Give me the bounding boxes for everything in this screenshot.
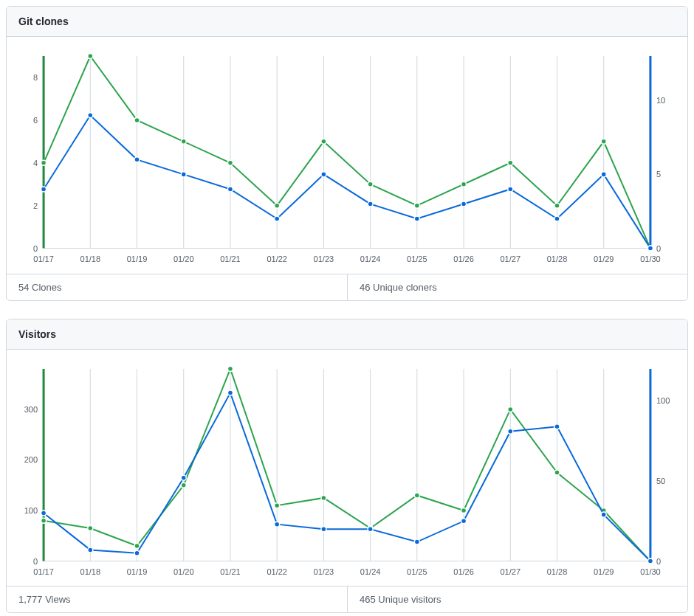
data-point[interactable] — [321, 526, 326, 531]
x-tick: 01/20 — [174, 567, 194, 575]
data-point[interactable] — [368, 181, 373, 187]
data-point[interactable] — [88, 113, 93, 118]
x-tick: 01/29 — [594, 567, 614, 575]
y-left-tick: 0 — [33, 556, 38, 565]
x-tick: 01/27 — [500, 255, 520, 263]
y-right-tick: 5 — [656, 170, 661, 179]
data-point[interactable] — [554, 470, 560, 475]
data-point[interactable] — [275, 502, 280, 508]
data-point[interactable] — [181, 475, 186, 480]
data-point[interactable] — [461, 181, 467, 187]
y-left-tick: 4 — [33, 159, 38, 167]
data-point[interactable] — [601, 512, 606, 517]
data-point[interactable] — [554, 423, 560, 429]
data-point[interactable] — [508, 406, 513, 412]
data-point[interactable] — [88, 54, 93, 59]
x-tick: 01/26 — [453, 567, 474, 575]
data-point[interactable] — [508, 187, 513, 192]
data-point[interactable] — [134, 550, 140, 556]
y-left-tick: 2 — [33, 201, 38, 210]
data-point[interactable] — [88, 547, 93, 553]
data-point[interactable] — [88, 525, 93, 530]
data-point[interactable] — [181, 172, 186, 177]
data-point[interactable] — [41, 511, 47, 516]
y-left-tick: 0 — [33, 244, 38, 253]
visitors-summary: 1,777 Views 465 Unique visitors — [7, 586, 687, 612]
data-point[interactable] — [227, 187, 233, 192]
data-point[interactable] — [554, 216, 560, 221]
data-point[interactable] — [508, 429, 513, 434]
data-point[interactable] — [41, 187, 47, 192]
data-point[interactable] — [414, 539, 419, 544]
x-tick: 01/23 — [314, 567, 334, 575]
data-point[interactable] — [508, 160, 513, 165]
x-tick: 01/25 — [407, 255, 427, 263]
data-point[interactable] — [647, 246, 653, 251]
y-right-tick: 0 — [656, 244, 661, 253]
y-right-tick: 10 — [656, 96, 665, 105]
data-point[interactable] — [134, 543, 140, 548]
y-left-tick: 6 — [33, 116, 38, 125]
visitors-summary-unique: 465 Unique visitors — [347, 586, 687, 612]
data-point[interactable] — [368, 526, 373, 531]
series-unique-visitors — [44, 392, 650, 561]
clones-card-title: Git clones — [7, 7, 687, 37]
data-point[interactable] — [414, 203, 419, 208]
y-left-tick: 200 — [24, 455, 38, 464]
data-point[interactable] — [461, 508, 467, 513]
data-point[interactable] — [601, 172, 606, 177]
clones-summary: 54 Clones 46 Unique cloners — [7, 274, 687, 300]
data-point[interactable] — [41, 518, 47, 523]
data-point[interactable] — [321, 495, 326, 500]
data-point[interactable] — [647, 558, 653, 564]
x-tick: 01/30 — [640, 255, 661, 263]
clones-card: Git clones 02468051001/1701/1801/1901/20… — [6, 6, 688, 301]
x-tick: 01/22 — [267, 567, 287, 575]
visitors-chart: 010020030005010001/1701/1801/1901/2001/2… — [17, 361, 677, 584]
data-point[interactable] — [227, 160, 233, 165]
data-point[interactable] — [414, 216, 419, 221]
x-tick: 01/26 — [453, 255, 474, 263]
data-point[interactable] — [227, 390, 233, 395]
y-left-tick: 300 — [24, 405, 38, 414]
series-views — [44, 369, 650, 561]
x-tick: 01/18 — [80, 255, 101, 263]
y-left-tick: 8 — [33, 73, 38, 82]
data-point[interactable] — [321, 139, 326, 144]
visitors-card: Visitors 010020030005010001/1701/1801/19… — [6, 319, 688, 614]
data-point[interactable] — [275, 522, 280, 527]
data-point[interactable] — [601, 139, 606, 144]
x-tick: 01/21 — [220, 567, 241, 575]
data-point[interactable] — [461, 518, 467, 523]
x-tick: 01/24 — [360, 567, 381, 575]
x-tick: 01/23 — [314, 255, 334, 263]
data-point[interactable] — [275, 203, 280, 208]
x-tick: 01/21 — [220, 255, 241, 263]
data-point[interactable] — [275, 216, 280, 221]
data-point[interactable] — [181, 482, 186, 488]
x-tick: 01/17 — [33, 567, 54, 575]
visitors-chart-area: 010020030005010001/1701/1801/1901/2001/2… — [7, 350, 687, 586]
visitors-summary-total: 1,777 Views — [7, 586, 347, 612]
x-tick: 01/17 — [33, 255, 54, 263]
data-point[interactable] — [227, 366, 233, 371]
data-point[interactable] — [181, 139, 186, 144]
data-point[interactable] — [368, 201, 373, 207]
data-point[interactable] — [321, 172, 326, 177]
clones-chart-area: 02468051001/1701/1801/1901/2001/2101/220… — [7, 37, 687, 274]
data-point[interactable] — [461, 201, 467, 207]
y-right-tick: 0 — [656, 556, 661, 565]
data-point[interactable] — [554, 203, 560, 208]
x-tick: 01/28 — [547, 567, 568, 575]
x-tick: 01/28 — [547, 255, 568, 263]
x-tick: 01/25 — [407, 567, 427, 575]
data-point[interactable] — [414, 493, 419, 498]
y-right-tick: 100 — [656, 396, 670, 405]
data-point[interactable] — [134, 117, 140, 122]
data-point[interactable] — [134, 157, 140, 162]
series-unique-cloners — [44, 115, 650, 248]
x-tick: 01/20 — [174, 255, 194, 263]
x-tick: 01/24 — [360, 255, 381, 263]
clones-summary-total: 54 Clones — [7, 274, 347, 300]
data-point[interactable] — [41, 160, 47, 165]
